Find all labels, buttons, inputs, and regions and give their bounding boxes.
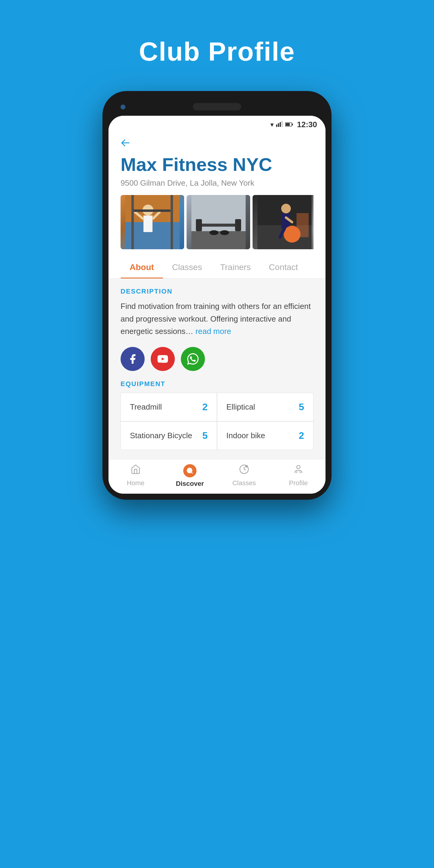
svg-rect-15 xyxy=(170,195,173,249)
back-button[interactable] xyxy=(121,138,130,150)
photo-1 xyxy=(121,195,184,249)
classes-label: Classes xyxy=(232,479,256,487)
status-bar: ▾ 12:30 xyxy=(108,116,326,132)
tab-about[interactable]: About xyxy=(121,256,163,278)
equipment-name-elliptical: Elliptical xyxy=(226,402,255,412)
profile-icon xyxy=(293,464,304,477)
svg-rect-19 xyxy=(196,219,202,231)
equipment-count-indoor: 2 xyxy=(299,430,304,441)
phone-screen: ▾ 12:30 Max Fitness NYC 9500 Gilman xyxy=(108,116,326,494)
svg-rect-18 xyxy=(200,224,237,227)
svg-rect-13 xyxy=(131,210,170,212)
club-name: Max Fitness NYC xyxy=(121,154,313,175)
whatsapp-button[interactable] xyxy=(181,347,205,371)
youtube-button[interactable] xyxy=(151,347,175,371)
equipment-name-treadmill: Treadmill xyxy=(130,402,162,412)
tab-trainers[interactable]: Trainers xyxy=(211,256,260,278)
svg-rect-6 xyxy=(292,124,293,125)
classes-icon: ! xyxy=(239,464,249,477)
gym-image-1 xyxy=(121,195,184,249)
phone-camera xyxy=(121,104,125,110)
equipment-name-stationary: Stationary Bicycle xyxy=(130,431,192,440)
wifi-icon: ▾ xyxy=(270,121,274,129)
svg-point-21 xyxy=(210,230,218,235)
facebook-button[interactable] xyxy=(121,347,145,371)
equipment-cell-indoor: Indoor bike 2 xyxy=(217,422,313,450)
nav-home[interactable]: Home xyxy=(108,464,163,488)
battery-icon xyxy=(285,121,293,129)
svg-rect-17 xyxy=(191,231,246,249)
club-address: 9500 Gilman Drive, La Jolla, New York xyxy=(121,179,313,188)
social-buttons xyxy=(121,347,313,371)
home-label: Home xyxy=(127,479,145,487)
photos-strip xyxy=(121,195,313,249)
svg-rect-5 xyxy=(285,123,290,126)
svg-point-32 xyxy=(187,468,192,473)
page-title: Club Profile xyxy=(139,36,295,67)
svg-point-22 xyxy=(220,230,229,235)
bottom-nav: Home Discover ! xyxy=(108,459,326,494)
phone-speaker xyxy=(193,103,241,110)
photo-3 xyxy=(253,195,313,249)
app-content: Max Fitness NYC 9500 Gilman Drive, La Jo… xyxy=(108,132,326,249)
photo-2 xyxy=(187,195,250,249)
profile-label: Profile xyxy=(289,479,308,487)
equipment-grid: Treadmill 2 Elliptical 5 Stationary Bicy… xyxy=(121,393,313,450)
svg-point-37 xyxy=(297,465,300,469)
svg-point-25 xyxy=(281,204,291,213)
tabs-bar: About Classes Trainers Contact xyxy=(108,256,326,278)
nav-discover[interactable]: Discover xyxy=(163,464,217,488)
nav-profile[interactable]: Profile xyxy=(271,464,326,488)
svg-rect-30 xyxy=(297,213,309,237)
tab-classes[interactable]: Classes xyxy=(163,256,211,278)
svg-rect-0 xyxy=(276,124,277,127)
equipment-count-stationary: 5 xyxy=(202,430,208,441)
read-more-link[interactable]: read more xyxy=(195,327,231,336)
description-label: DESCRIPTION xyxy=(121,287,313,296)
equipment-count-elliptical: 5 xyxy=(299,401,304,412)
about-section: DESCRIPTION Find motivation from trainin… xyxy=(108,278,326,459)
equipment-name-indoor: Indoor bike xyxy=(226,431,265,440)
equipment-cell-elliptical: Elliptical 5 xyxy=(217,393,313,421)
discover-icon xyxy=(183,464,196,477)
svg-rect-14 xyxy=(131,195,134,249)
nav-classes[interactable]: ! Classes xyxy=(217,464,271,488)
gym-image-2 xyxy=(187,195,250,249)
status-icons: ▾ xyxy=(270,121,293,129)
tab-contact[interactable]: Contact xyxy=(260,256,307,278)
svg-text:!: ! xyxy=(245,465,246,468)
phone-frame: ▾ 12:30 Max Fitness NYC 9500 Gilman xyxy=(102,91,332,500)
status-time: 12:30 xyxy=(297,120,317,129)
description-text: Find motivation from training with other… xyxy=(121,300,313,338)
signal-icon xyxy=(276,121,283,129)
phone-top-bar xyxy=(108,100,326,116)
svg-rect-3 xyxy=(281,121,283,127)
equipment-cell-treadmill: Treadmill 2 xyxy=(121,393,217,421)
home-icon xyxy=(130,464,141,477)
equipment-label: EQUIPMENT xyxy=(121,380,313,388)
svg-rect-20 xyxy=(235,219,241,231)
svg-line-33 xyxy=(191,472,193,473)
gym-image-3 xyxy=(253,195,313,249)
equipment-cell-stationary: Stationary Bicycle 5 xyxy=(121,422,217,450)
discover-label: Discover xyxy=(176,480,204,488)
equipment-count-treadmill: 2 xyxy=(202,401,208,412)
svg-rect-2 xyxy=(280,122,281,127)
svg-rect-1 xyxy=(278,123,279,127)
svg-rect-10 xyxy=(144,216,153,232)
